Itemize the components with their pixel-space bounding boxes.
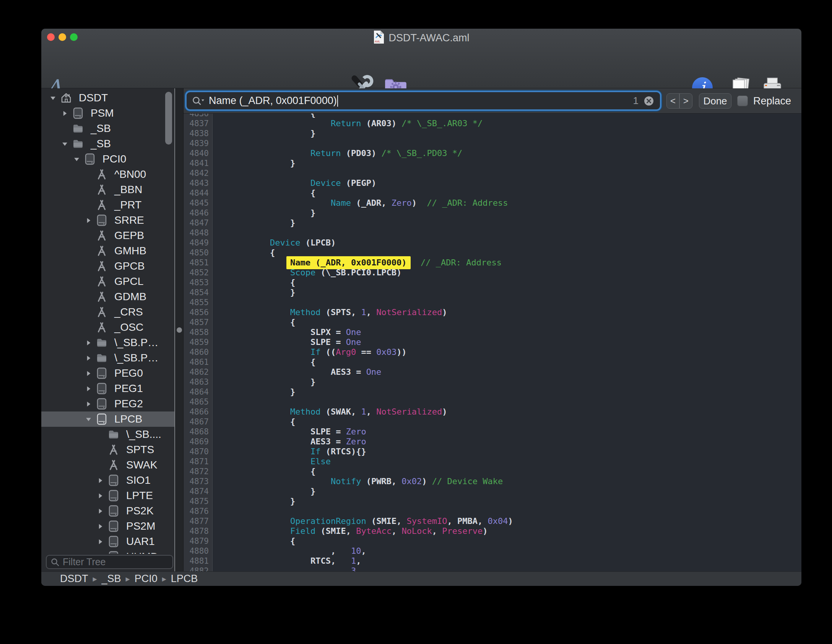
tree-item-peg2[interactable]: PEG2 <box>41 396 174 411</box>
code-line[interactable]: 4853 { <box>184 278 801 288</box>
code-line[interactable]: 4877 OperationRegion (SMIE, SystemIO, PM… <box>184 516 801 526</box>
tree-item-sio1[interactable]: SIO1 <box>41 473 174 488</box>
disclosure-collapsed-icon[interactable] <box>85 355 95 361</box>
code-line[interactable]: 4850 { <box>184 248 801 258</box>
tree-item-sb[interactable]: _SB <box>41 136 174 151</box>
code-line[interactable]: 4842 <box>184 168 801 178</box>
code-line[interactable]: 4879 { <box>184 536 801 546</box>
code-line[interactable]: 4861 { <box>184 357 801 367</box>
code-line[interactable]: 4852 Scope (\_SB.PCI0.LPCB) <box>184 268 801 278</box>
code-line[interactable]: 4869 AES3 = Zero <box>184 437 801 447</box>
code-line[interactable]: 4867 { <box>184 417 801 427</box>
tree-item-sbp[interactable]: \_SB.P… <box>41 350 174 366</box>
filter-tree-field[interactable] <box>46 555 173 569</box>
code-line[interactable]: 4856 Method (SPTS, 1, NotSerialized) <box>184 307 801 317</box>
filter-tree-input[interactable] <box>63 556 162 568</box>
code-line[interactable]: 4882 , 3, <box>184 566 801 571</box>
code-line[interactable]: 4863 } <box>184 377 801 387</box>
tree-item-lpte[interactable]: LPTE <box>41 488 174 503</box>
code-line[interactable]: 4851 Name (_ADR, 0x001F0000) // _ADR: Ad… <box>184 258 801 268</box>
code-line[interactable]: 4874 } <box>184 486 801 496</box>
disclosure-collapsed-icon[interactable] <box>85 401 95 407</box>
tree-item-peg0[interactable]: PEG0 <box>41 366 174 381</box>
disclosure-collapsed-icon[interactable] <box>97 538 107 545</box>
tree-item-sb[interactable]: \_SB.... <box>41 427 174 442</box>
tree-item-gpcb[interactable]: GPCB <box>41 259 174 274</box>
disclosure-collapsed-icon[interactable] <box>85 340 95 346</box>
code-line[interactable]: 4871 Else <box>184 457 801 467</box>
sidebar-scrollbar[interactable] <box>165 92 172 145</box>
code-line[interactable]: 4875 } <box>184 496 801 506</box>
disclosure-collapsed-icon[interactable] <box>97 493 107 499</box>
code-line[interactable]: 4846 } <box>184 208 801 218</box>
code-line[interactable]: 4836 { <box>184 114 801 119</box>
code-line[interactable]: 4857 { <box>184 317 801 327</box>
code-line[interactable]: 4848 <box>184 228 801 238</box>
code-line[interactable]: 4860 If ((Arg0 == 0x03)) <box>184 347 801 357</box>
disclosure-expanded-icon[interactable] <box>73 156 83 162</box>
disclosure-collapsed-icon[interactable] <box>97 508 107 514</box>
disclosure-collapsed-icon[interactable] <box>85 385 95 392</box>
code-line[interactable]: 4845 Name (_ADR, Zero) // _ADR: Address <box>184 198 801 208</box>
code-line[interactable]: 4872 { <box>184 467 801 476</box>
tree-item-srre[interactable]: SRRE <box>41 213 174 228</box>
disclosure-expanded-icon[interactable] <box>62 141 72 147</box>
disclosure-expanded-icon[interactable] <box>85 416 95 422</box>
code-line[interactable]: 4880 , 10, <box>184 546 801 556</box>
disclosure-collapsed-icon[interactable] <box>85 370 95 376</box>
code-line[interactable]: 4843 Device (PEGP) <box>184 178 801 188</box>
tree-item-crs[interactable]: _CRS <box>41 304 174 320</box>
code-line[interactable]: 4881 RTCS, 1, <box>184 556 801 566</box>
code-line[interactable]: 4841 } <box>184 158 801 168</box>
code-line[interactable]: 4865 <box>184 397 801 407</box>
tree-item-swak[interactable]: SWAK <box>41 457 174 473</box>
code-line[interactable]: 4838 } <box>184 128 801 138</box>
code-line[interactable]: 4837 Return (AR03) /* \_SB_.AR03 */ <box>184 119 801 128</box>
code-line[interactable]: 4873 Notify (PWRB, 0x02) // Device Wake <box>184 476 801 486</box>
code-line[interactable]: 4844 { <box>184 188 801 198</box>
code-line[interactable]: 4839 <box>184 138 801 148</box>
disclosure-collapsed-icon[interactable] <box>97 523 107 529</box>
breadcrumb-item-pci0[interactable]: PCI0 <box>135 573 158 585</box>
tree-item-bbn[interactable]: _BBN <box>41 182 174 197</box>
replace-checkbox[interactable] <box>737 96 748 106</box>
search-input-value[interactable]: Name (_ADR, 0x001F0000) <box>209 95 337 107</box>
code-line[interactable]: 4866 Method (SWAK, 1, NotSerialized) <box>184 407 801 417</box>
code-line[interactable]: 4854 } <box>184 288 801 298</box>
code-line[interactable]: 4858 SLPX = One <box>184 327 801 337</box>
code-line[interactable]: 4862 AES3 = One <box>184 367 801 377</box>
splitter-handle[interactable] <box>177 327 182 333</box>
tree-item-ps2k[interactable]: PS2K <box>41 503 174 519</box>
tree-item-bn00[interactable]: ^BN00 <box>41 167 174 182</box>
tree-item-gdmb[interactable]: GDMB <box>41 289 174 304</box>
tree-item-uar1[interactable]: UAR1 <box>41 534 174 549</box>
disclosure-expanded-icon[interactable] <box>50 95 60 101</box>
find-previous-button[interactable]: < <box>667 96 679 106</box>
code-line[interactable]: 4859 SLPE = One <box>184 337 801 347</box>
tree-item-psm[interactable]: PSM <box>41 106 174 121</box>
tree-item-dsdt[interactable]: DSDT <box>41 90 174 106</box>
tree-item-pci0[interactable]: PCI0 <box>41 151 174 167</box>
tree-item-peg1[interactable]: PEG1 <box>41 381 174 396</box>
tree-item-prt[interactable]: _PRT <box>41 197 174 213</box>
disclosure-collapsed-icon[interactable] <box>97 477 107 483</box>
tree-item-sb[interactable]: _SB <box>41 121 174 136</box>
tree-item-spts[interactable]: SPTS <box>41 442 174 457</box>
tree-item-osc[interactable]: _OSC <box>41 320 174 335</box>
sidebar-splitter[interactable] <box>174 88 184 571</box>
tree-item-sbp[interactable]: \_SB.P… <box>41 335 174 350</box>
tree-item-gmhb[interactable]: GMHB <box>41 243 174 259</box>
code-editor[interactable]: 4836 {4837 Return (AR03) /* \_SB_.AR03 *… <box>184 114 801 571</box>
clear-search-icon[interactable] <box>643 95 655 107</box>
tree-item-gepb[interactable]: GEPB <box>41 228 174 243</box>
tree-item-lpcb[interactable]: LPCB <box>41 411 174 427</box>
find-next-button[interactable]: > <box>680 96 692 106</box>
code-line[interactable]: 4876 <box>184 506 801 516</box>
code-line[interactable]: 4864 } <box>184 387 801 397</box>
code-line[interactable]: 4840 Return (PD03) /* \_SB_.PD03 */ <box>184 148 801 158</box>
code-line[interactable]: 4855 <box>184 298 801 307</box>
code-line[interactable]: 4868 SLPE = Zero <box>184 427 801 437</box>
code-line[interactable]: 4878 Field (SMIE, ByteAcc, NoLock, Prese… <box>184 526 801 536</box>
tree-item-gpcl[interactable]: GPCL <box>41 274 174 289</box>
disclosure-collapsed-icon[interactable] <box>62 110 72 116</box>
